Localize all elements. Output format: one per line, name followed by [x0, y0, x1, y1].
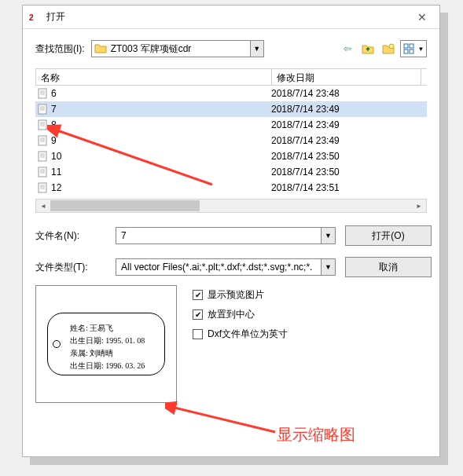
dialog-title: 打开 [46, 10, 65, 24]
dropdown-icon[interactable]: ▼ [250, 40, 264, 57]
file-row[interactable]: 62018/7/14 23:48 [35, 86, 427, 101]
cancel-button[interactable]: 取消 [345, 257, 432, 277]
preview-line-2: 出生日期: 1995. 01. 08 [70, 335, 145, 346]
file-date: 2018/7/14 23:49 [271, 135, 421, 146]
svg-rect-10 [39, 104, 46, 114]
file-date: 2018/7/14 23:50 [271, 151, 421, 162]
look-in-input[interactable] [91, 40, 264, 57]
checkbox-center-label: 放置到中心 [208, 308, 255, 321]
back-button[interactable]: ⇦ [339, 40, 356, 57]
filetype-input[interactable] [116, 258, 336, 276]
file-icon [37, 135, 48, 146]
new-folder-icon [382, 43, 395, 54]
file-fields: 文件名(N): ▼ 打开(O) 文件类型(T): ▼ 取消 [35, 225, 427, 277]
svg-rect-6 [39, 89, 46, 98]
nav-buttons: ⇦ ▼ [339, 40, 427, 57]
title-bar: 2 打开 ✕ [23, 5, 439, 29]
file-icon [37, 119, 48, 130]
svg-rect-4 [404, 49, 408, 53]
filetype-dropdown-icon[interactable]: ▼ [321, 259, 335, 275]
column-header-name[interactable]: 名称 [36, 69, 272, 85]
checkbox-icon: ✔ [193, 309, 203, 320]
scroll-left-icon[interactable]: ◄ [36, 200, 50, 212]
file-icon [37, 104, 48, 115]
preview-line-1: 姓名: 王易飞 [70, 323, 113, 334]
file-name: 6 [51, 88, 57, 99]
preview-line-4: 出生日期: 1996. 03. 26 [70, 361, 145, 372]
file-row[interactable]: 72018/7/14 23:49 [35, 101, 427, 117]
close-icon[interactable]: ✕ [411, 8, 433, 27]
up-folder-button[interactable] [359, 40, 377, 57]
view-menu-button[interactable]: ▼ [400, 40, 427, 57]
annotation-text: 显示缩略图 [277, 424, 355, 445]
file-name: 11 [51, 167, 61, 178]
file-list: 名称 修改日期 62018/7/14 23:4872018/7/14 23:49… [35, 68, 427, 213]
filetype-label: 文件类型(T): [35, 261, 106, 274]
file-row[interactable]: 82018/7/14 23:49 [35, 117, 427, 133]
look-in-label: 查找范围(I): [35, 42, 85, 56]
horizontal-scrollbar[interactable]: ◄ ► [35, 199, 427, 213]
filename-input[interactable] [116, 227, 336, 244]
up-folder-icon [362, 43, 374, 54]
file-icon [37, 88, 48, 99]
filename-label: 文件名(N): [35, 229, 106, 243]
preview-line-3: 亲属: 刘晴晴 [70, 348, 113, 359]
svg-rect-14 [39, 120, 46, 130]
open-file-dialog: 2 打开 ✕ 查找范围(I): ▼ ⇦ [22, 5, 440, 457]
file-row[interactable]: 92018/7/14 23:49 [35, 133, 427, 148]
new-folder-button[interactable] [380, 40, 397, 57]
file-date: 2018/7/14 23:50 [271, 167, 421, 178]
view-menu-icon [403, 43, 416, 54]
options-group: ✔ 显示预览图片 ✔ 放置到中心 ✔ Dxf文件单位为英寸 [193, 285, 288, 403]
file-icon [37, 151, 48, 162]
file-name: 7 [51, 104, 57, 115]
svg-rect-26 [39, 167, 46, 177]
svg-rect-22 [39, 152, 46, 161]
file-row[interactable]: 122018/7/14 23:51 [35, 180, 427, 196]
checkbox-dxf-inch[interactable]: ✔ Dxf文件单位为英寸 [193, 328, 288, 341]
checkbox-icon: ✔ [193, 329, 203, 339]
file-rows: 62018/7/14 23:4872018/7/14 23:4982018/7/… [35, 86, 427, 196]
svg-rect-5 [410, 49, 413, 53]
svg-point-1 [389, 44, 394, 49]
svg-rect-18 [39, 136, 46, 145]
svg-text:2: 2 [29, 13, 34, 22]
file-row[interactable]: 102018/7/14 23:50 [35, 148, 427, 164]
file-date: 2018/7/14 23:48 [271, 88, 421, 99]
file-icon [37, 182, 48, 193]
file-date: 2018/7/14 23:49 [271, 119, 421, 130]
svg-rect-2 [404, 44, 408, 48]
checkbox-icon: ✔ [193, 290, 203, 300]
bottom-panel: 姓名: 王易飞 出生日期: 1995. 01. 08 亲属: 刘晴晴 出生日期:… [35, 285, 427, 403]
checkbox-dxf-inch-label: Dxf文件单位为英寸 [208, 328, 288, 341]
checkbox-preview-label: 显示预览图片 [208, 288, 264, 302]
column-header-date[interactable]: 修改日期 [272, 69, 421, 85]
look-in-row: 查找范围(I): ▼ ⇦ [35, 40, 427, 57]
filename-dropdown-icon[interactable]: ▼ [321, 228, 335, 243]
file-row[interactable]: 112018/7/14 23:50 [35, 164, 427, 180]
app-icon: 2 [29, 11, 42, 24]
file-date: 2018/7/14 23:51 [271, 182, 421, 193]
file-date: 2018/7/14 23:49 [271, 104, 421, 115]
file-name: 10 [51, 151, 61, 162]
file-name: 8 [51, 119, 57, 130]
svg-rect-30 [39, 183, 46, 192]
filetype-field-wrap: ▼ [116, 258, 336, 276]
open-button[interactable]: 打开(O) [345, 225, 432, 246]
file-name: 9 [51, 135, 57, 146]
scroll-thumb[interactable] [50, 200, 200, 211]
folder-icon [94, 42, 107, 53]
preview-thumbnail: 姓名: 王易飞 出生日期: 1995. 01. 08 亲属: 刘晴晴 出生日期:… [47, 313, 165, 375]
column-headers: 名称 修改日期 [35, 68, 427, 86]
back-icon: ⇦ [344, 43, 351, 54]
svg-rect-3 [410, 44, 413, 48]
checkbox-preview[interactable]: ✔ 显示预览图片 [193, 288, 288, 302]
scroll-right-icon[interactable]: ► [412, 200, 426, 212]
tag-hole-icon [53, 340, 61, 348]
filename-field-wrap: ▼ [116, 227, 336, 244]
file-icon [37, 167, 48, 178]
file-name: 12 [51, 182, 61, 193]
look-in-combo[interactable]: ▼ [91, 40, 264, 57]
preview-pane: 姓名: 王易飞 出生日期: 1995. 01. 08 亲属: 刘晴晴 出生日期:… [35, 285, 177, 403]
checkbox-center[interactable]: ✔ 放置到中心 [193, 308, 288, 321]
